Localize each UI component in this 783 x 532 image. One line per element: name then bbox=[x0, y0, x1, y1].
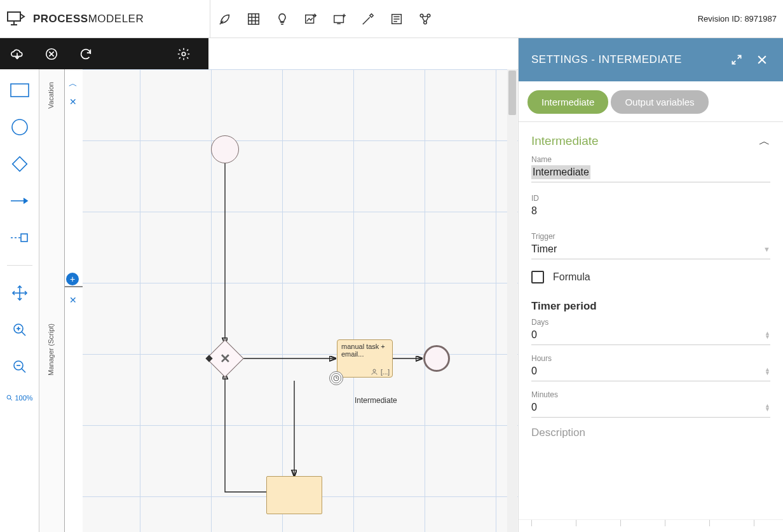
top-tools bbox=[210, 0, 439, 38]
lane-controls: ︿ ✕ + ✕ bbox=[65, 69, 83, 532]
trigger-dropdown[interactable]: Timer ▼ bbox=[531, 242, 770, 259]
hours-spinner[interactable]: ▲▼ bbox=[765, 367, 770, 375]
app-logo-icon bbox=[6, 11, 25, 27]
app-logo: PROCESSMODELER bbox=[0, 11, 210, 27]
zoom-in-icon[interactable] bbox=[9, 320, 31, 339]
chevron-up-icon: ︿ bbox=[759, 133, 770, 149]
hours-input[interactable]: 0 ▲▼ bbox=[531, 364, 770, 381]
shape-palette: 100% bbox=[0, 69, 39, 532]
hours-label: Hours bbox=[531, 354, 770, 363]
intermediate-event-label: Intermediate bbox=[355, 396, 397, 405]
formula-checkbox-row: Formula bbox=[531, 271, 770, 283]
add-screen-icon[interactable] bbox=[325, 0, 353, 38]
palette-separator bbox=[7, 265, 32, 266]
days-input[interactable]: 0 ▲▼ bbox=[531, 328, 770, 345]
section-intermediate-header[interactable]: Intermediate ︿ bbox=[531, 133, 770, 149]
minutes-field: Minutes 0 ▲▼ bbox=[531, 390, 770, 418]
days-field: Days 0 ▲▼ bbox=[531, 318, 770, 345]
process-canvas[interactable]: ✕ manual task + email... [...] Intermedi… bbox=[83, 69, 518, 532]
refresh-icon[interactable] bbox=[69, 38, 103, 69]
top-toolbar: PROCESSMODELER Revision ID: 8971987 bbox=[0, 0, 783, 38]
palette-move[interactable] bbox=[9, 283, 31, 303]
timer-period-title: Timer period bbox=[531, 300, 770, 313]
intermediate-event-node[interactable] bbox=[329, 371, 343, 385]
palette-arrow[interactable] bbox=[9, 191, 31, 210]
lane-collapse-icon[interactable]: ︿ bbox=[67, 78, 79, 90]
canvas-viewport: ✕ manual task + email... [...] Intermedi… bbox=[83, 69, 518, 532]
canvas-scrollbar[interactable] bbox=[507, 69, 517, 532]
revision-id: Revision ID: 8971987 bbox=[698, 14, 783, 24]
tab-output-variables[interactable]: Output variables bbox=[611, 90, 708, 114]
cloud-icon[interactable] bbox=[0, 38, 34, 69]
zoom-level[interactable]: 100% bbox=[6, 394, 32, 402]
palette-circle[interactable] bbox=[9, 118, 31, 137]
start-event-node[interactable] bbox=[211, 135, 239, 163]
lane-add-button[interactable]: + bbox=[66, 273, 79, 285]
grid-icon[interactable] bbox=[239, 0, 268, 38]
svg-point-23 bbox=[12, 119, 27, 135]
lightbulb-icon[interactable] bbox=[268, 0, 296, 38]
panel-header: SETTINGS - INTERMEDIATE bbox=[519, 38, 783, 81]
hours-field: Hours 0 ▲▼ bbox=[531, 354, 770, 381]
zoom-out-icon[interactable] bbox=[9, 357, 31, 376]
svg-rect-24 bbox=[12, 157, 27, 172]
tab-intermediate[interactable]: Intermediate bbox=[528, 90, 608, 114]
expand-icon[interactable] bbox=[728, 51, 745, 68]
lane-label-top: Vacation bbox=[47, 82, 55, 109]
trigger-label: Trigger bbox=[531, 232, 770, 241]
manual-task-node[interactable]: manual task + email... [...] bbox=[337, 339, 393, 378]
minutes-label: Minutes bbox=[531, 390, 770, 399]
svg-rect-22 bbox=[11, 84, 29, 97]
palette-connector[interactable] bbox=[9, 228, 31, 247]
palette-rectangle[interactable] bbox=[9, 81, 31, 100]
swimlane-headers: Vacation Manager (Script) bbox=[39, 69, 65, 532]
workspace-toolbar bbox=[0, 38, 208, 69]
svg-line-31 bbox=[22, 332, 25, 336]
task-label: manual task + email... bbox=[341, 343, 385, 358]
rocket-icon[interactable] bbox=[210, 0, 239, 38]
svg-point-42 bbox=[373, 369, 376, 372]
settings-panel: SETTINGS - INTERMEDIATE Intermediate Out… bbox=[518, 38, 783, 532]
name-input[interactable]: Intermediate bbox=[531, 165, 590, 179]
id-label: ID bbox=[531, 194, 770, 203]
end-event-node[interactable] bbox=[423, 345, 450, 372]
minutes-spinner[interactable]: ▲▼ bbox=[765, 404, 770, 411]
formula-label: Formula bbox=[553, 271, 590, 283]
description-label: Description bbox=[531, 426, 770, 439]
panel-tabs: Intermediate Output variables bbox=[519, 81, 783, 122]
connector-arrows bbox=[83, 69, 518, 532]
svg-rect-0 bbox=[248, 13, 259, 24]
trigger-field: Trigger Timer ▼ bbox=[531, 232, 770, 259]
palette-diamond[interactable] bbox=[9, 154, 31, 174]
cancel-icon[interactable] bbox=[34, 38, 69, 69]
panel-title: SETTINGS - INTERMEDIATE bbox=[531, 53, 719, 66]
export-image-icon[interactable] bbox=[296, 0, 325, 38]
chevron-down-icon: ▼ bbox=[763, 245, 770, 253]
days-spinner[interactable]: ▲▼ bbox=[765, 331, 770, 339]
svg-line-35 bbox=[22, 369, 25, 372]
lane-close-icon-2[interactable]: ✕ bbox=[67, 294, 79, 306]
task-badges: [...] bbox=[371, 368, 390, 376]
task-node-2[interactable] bbox=[266, 476, 322, 514]
id-field: ID 8 bbox=[531, 194, 770, 221]
svg-point-21 bbox=[182, 52, 186, 56]
name-field: Name Intermediate bbox=[531, 155, 770, 182]
formula-checkbox[interactable] bbox=[531, 271, 544, 283]
close-icon[interactable] bbox=[754, 51, 770, 68]
panel-body: Intermediate ︿ Name Intermediate ID 8 Tr… bbox=[519, 122, 783, 519]
gateway-node[interactable]: ✕ bbox=[212, 345, 238, 372]
app-logo-text: PROCESSMODELER bbox=[33, 13, 144, 25]
eyedropper-icon[interactable] bbox=[353, 0, 382, 38]
days-label: Days bbox=[531, 318, 770, 327]
panel-ruler bbox=[519, 519, 783, 532]
svg-line-38 bbox=[10, 399, 12, 400]
workflow-icon[interactable] bbox=[411, 0, 439, 38]
lane-close-icon[interactable]: ✕ bbox=[67, 96, 79, 107]
form-icon[interactable] bbox=[382, 0, 411, 38]
minutes-input[interactable]: 0 ▲▼ bbox=[531, 400, 770, 418]
svg-rect-6 bbox=[334, 15, 343, 22]
id-value: 8 bbox=[531, 204, 770, 221]
svg-rect-27 bbox=[21, 234, 27, 242]
settings-gear-icon[interactable] bbox=[167, 38, 201, 69]
name-label: Name bbox=[531, 155, 770, 164]
